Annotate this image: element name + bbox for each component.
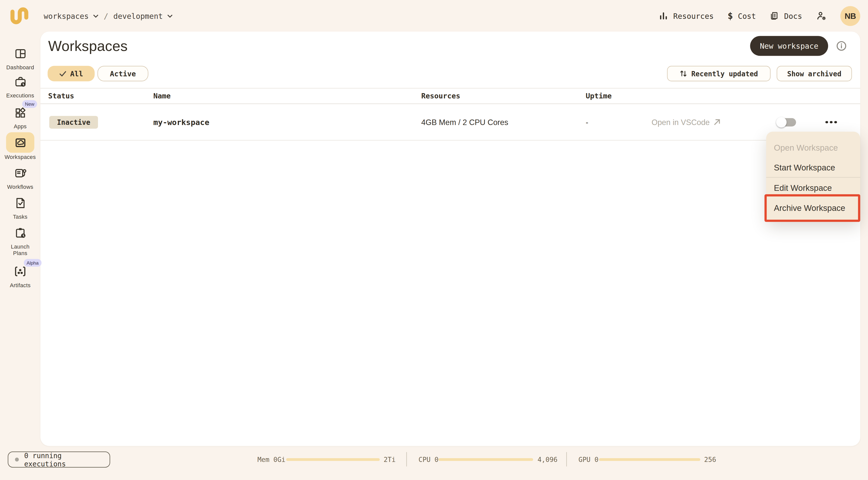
sidebar-item-label: Executions: [0, 92, 40, 99]
show-archived-button[interactable]: Show archived: [777, 66, 852, 81]
dashboard-icon: [13, 47, 27, 60]
workspace-power-toggle[interactable]: [776, 117, 796, 127]
breadcrumb-domain-selector[interactable]: development: [113, 11, 173, 20]
tasks-icon: [13, 196, 27, 210]
mem-meter-bar: [286, 458, 380, 461]
workspace-name: my-workspace: [153, 118, 210, 126]
sidebar-item-label: Launch Plans: [7, 244, 34, 256]
mem-meter-label: Mem 0Gi: [257, 456, 285, 464]
avatar-initials: NB: [845, 11, 856, 20]
gpu-meter-max: 256: [704, 456, 716, 464]
sidebar-item-label: Tasks: [0, 214, 40, 220]
cpu-meter-bar: [438, 458, 533, 461]
sort-button-label: Recently updated: [691, 69, 758, 78]
avatar[interactable]: NB: [840, 6, 860, 26]
chevron-down-icon: [167, 14, 173, 17]
executions-icon: [13, 75, 27, 89]
menu-item-archive-workspace[interactable]: Archive Workspace: [766, 198, 860, 217]
menu-item-open-workspace: Open Workspace: [766, 137, 860, 157]
artifacts-icon: [13, 265, 27, 279]
main-content: Workspaces New workspace All Active: [40, 32, 860, 446]
chevron-down-icon: [93, 14, 99, 17]
page-title: Workspaces: [48, 38, 128, 55]
sidebar-item-label: Apps: [0, 124, 40, 130]
filter-all-label: All: [70, 69, 83, 78]
sort-arrows-icon: [680, 70, 687, 77]
filter-all-chip[interactable]: All: [48, 66, 95, 81]
menu-item-edit-workspace[interactable]: Edit Workspace: [766, 178, 860, 198]
breadcrumb-domain-label: development: [113, 11, 163, 20]
meter-divider: [566, 452, 567, 467]
gpu-meter-label: GPU 0: [579, 456, 598, 464]
info-button[interactable]: [836, 41, 846, 51]
nav-cost-label: Cost: [738, 11, 756, 20]
sidebar-item-dashboard[interactable]: Dashboard: [0, 47, 40, 70]
external-link-icon: [714, 119, 721, 126]
breadcrumb: workspaces / development: [44, 0, 173, 32]
open-in-vscode-link[interactable]: Open in VSCode: [651, 118, 721, 126]
breadcrumb-project-selector[interactable]: workspaces: [44, 11, 99, 20]
user-gear-icon: [816, 10, 827, 21]
workspace-resources: 4GB Mem / 2 CPU Cores: [421, 118, 508, 126]
show-archived-label: Show archived: [787, 69, 841, 78]
breadcrumb-project-label: workspaces: [44, 11, 89, 20]
status-badge: Inactive: [49, 116, 98, 129]
sidebar-item-launch-plans[interactable]: Launch Plans: [0, 226, 40, 256]
filter-active-label: Active: [110, 69, 136, 78]
union-logo-icon[interactable]: [9, 5, 29, 25]
sidebar-item-tasks[interactable]: Tasks: [0, 196, 40, 220]
toggle-knob: [776, 117, 786, 127]
alpha-badge: Alpha: [24, 259, 41, 267]
sidebar-item-apps[interactable]: New Apps: [0, 100, 40, 130]
column-header-status: Status: [48, 92, 74, 100]
row-actions-menu: Open Workspace Start Workspace Edit Work…: [766, 132, 860, 222]
sidebar-item-executions[interactable]: Executions: [0, 75, 40, 99]
top-bar: workspaces / development Resources $ C: [0, 0, 868, 32]
table-header: Status Name Resources Uptime: [40, 89, 860, 104]
column-header-resources: Resources: [421, 92, 460, 100]
check-icon: [59, 70, 66, 76]
sidebar-item-label: Artifacts: [0, 282, 40, 288]
sidebar-item-workspaces[interactable]: Workspaces: [0, 132, 40, 160]
sidebar-item-label: Dashboard: [0, 64, 40, 70]
new-workspace-button[interactable]: New workspace: [750, 36, 828, 56]
user-settings-button[interactable]: [816, 10, 827, 21]
open-in-vscode-label: Open in VSCode: [651, 118, 710, 126]
sort-button[interactable]: Recently updated: [667, 66, 771, 81]
launch-plans-icon: [13, 226, 27, 239]
mem-meter-max: 2Ti: [383, 456, 396, 464]
filter-active-chip[interactable]: Active: [97, 66, 149, 81]
sidebar-item-workflows[interactable]: Workflows: [0, 166, 40, 190]
breadcrumb-separator: /: [104, 11, 108, 20]
new-badge: New: [22, 100, 37, 108]
running-executions-label: 0 running executions: [24, 451, 103, 468]
sidebar-item-artifacts[interactable]: Alpha Artifacts: [0, 259, 40, 289]
column-header-uptime: Uptime: [586, 92, 612, 100]
meter-divider: [406, 452, 407, 467]
gpu-meter-bar: [599, 458, 700, 461]
menu-item-start-workspace[interactable]: Start Workspace: [766, 157, 860, 177]
dollar-icon: $: [727, 10, 733, 21]
sidebar-item-label: Workflows: [0, 184, 40, 190]
sidebar-item-label: Workspaces: [0, 154, 40, 160]
status-dot-icon: [15, 458, 19, 461]
row-actions-menu-button[interactable]: [824, 118, 838, 127]
nav-resources[interactable]: Resources: [659, 11, 714, 20]
sidebar: Dashboard Executions New: [0, 32, 40, 480]
cpu-meter-label: CPU 0: [418, 456, 438, 464]
workspace-uptime: -: [586, 118, 588, 126]
nav-docs[interactable]: Docs: [770, 11, 802, 20]
ellipsis-icon: [834, 121, 837, 123]
bar-chart-icon: [659, 11, 668, 20]
table-row[interactable]: Inactive my-workspace 4GB Mem / 2 CPU Co…: [40, 104, 860, 140]
nav-cost[interactable]: $ Cost: [727, 10, 756, 21]
running-executions-button[interactable]: 0 running executions: [8, 452, 110, 468]
ellipsis-icon: [830, 121, 832, 123]
column-header-name: Name: [153, 92, 171, 100]
workflows-icon: [13, 166, 27, 180]
docs-icon: [770, 11, 779, 20]
info-icon: [836, 41, 846, 51]
workspaces-icon: [6, 132, 34, 153]
nav-docs-label: Docs: [784, 11, 802, 20]
apps-icon: [13, 106, 27, 120]
